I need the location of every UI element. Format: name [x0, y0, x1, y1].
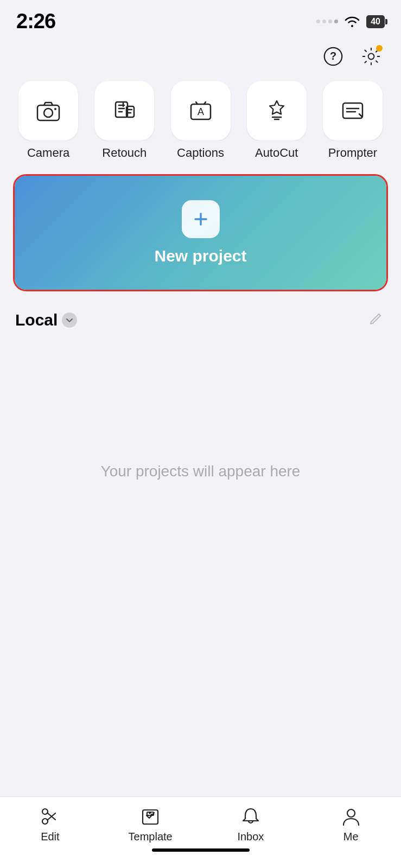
person-icon [340, 806, 362, 827]
captions-icon: A [188, 98, 214, 124]
tab-edit-label: Edit [41, 831, 59, 843]
svg-point-11 [42, 819, 48, 824]
top-actions: ? [0, 39, 401, 75]
svg-rect-2 [37, 105, 59, 120]
empty-state: Your projects will appear here [0, 336, 401, 607]
tool-prompter[interactable]: Prompter [317, 81, 388, 160]
prompter-icon-box [323, 81, 383, 141]
tool-camera[interactable]: Camera [13, 81, 84, 160]
retouch-icon [111, 98, 137, 124]
edit-button[interactable] [367, 310, 386, 330]
tool-autocut[interactable]: AutoCut [241, 81, 312, 160]
new-project-container[interactable]: New project [13, 174, 388, 291]
tab-template[interactable]: Template [100, 806, 201, 843]
autocut-label: AutoCut [255, 146, 298, 160]
notification-dot [376, 45, 383, 52]
captions-label: Captions [177, 146, 224, 160]
svg-point-4 [54, 108, 56, 110]
tab-inbox[interactable]: Inbox [201, 806, 301, 843]
empty-state-text: Your projects will appear here [101, 463, 301, 480]
bell-icon [240, 806, 262, 827]
svg-point-3 [44, 108, 53, 117]
tool-captions[interactable]: A Captions [165, 81, 235, 160]
prompter-icon [340, 98, 366, 124]
status-time: 2:26 [16, 10, 55, 33]
tab-edit[interactable]: Edit [0, 806, 100, 843]
status-icons: 40 [316, 15, 385, 28]
scissors-icon [39, 806, 61, 827]
tab-bar: Edit Template Inbox [0, 796, 401, 868]
wifi-icon [343, 15, 361, 28]
new-project-label: New project [154, 247, 246, 265]
status-bar: 2:26 40 [0, 0, 401, 39]
camera-icon-box [18, 81, 78, 141]
signal-dots [316, 20, 338, 23]
local-title: Local [15, 311, 58, 329]
tab-inbox-label: Inbox [237, 831, 264, 843]
tools-row: Camera Retouch A Captions [0, 75, 401, 165]
svg-rect-9 [343, 103, 362, 118]
tab-me[interactable]: Me [301, 806, 401, 843]
tab-items: Edit Template Inbox [0, 806, 401, 843]
svg-text:?: ? [330, 50, 336, 62]
retouch-label: Retouch [102, 146, 147, 160]
help-button[interactable]: ? [320, 43, 347, 70]
local-dropdown-button[interactable] [62, 312, 77, 328]
battery-indicator: 40 [366, 15, 385, 28]
svg-rect-5 [116, 102, 128, 117]
svg-point-15 [347, 809, 355, 817]
svg-point-10 [42, 809, 48, 814]
local-title-group: Local [15, 311, 77, 329]
autocut-icon [264, 98, 290, 124]
new-project-button[interactable]: New project [15, 176, 386, 290]
settings-button[interactable] [358, 43, 385, 70]
svg-text:A: A [197, 106, 203, 117]
home-indicator [152, 848, 250, 852]
tool-retouch[interactable]: Retouch [89, 81, 160, 160]
tab-me-label: Me [343, 831, 359, 843]
new-project-plus-icon [182, 200, 220, 238]
tab-template-label: Template [129, 831, 173, 843]
captions-icon-box: A [171, 81, 231, 141]
prompter-label: Prompter [328, 146, 377, 160]
autocut-icon-box [247, 81, 307, 141]
local-section: Local [0, 300, 401, 336]
retouch-icon-box [94, 81, 154, 141]
template-icon [139, 806, 161, 827]
camera-label: Camera [27, 146, 69, 160]
camera-icon [35, 98, 61, 124]
